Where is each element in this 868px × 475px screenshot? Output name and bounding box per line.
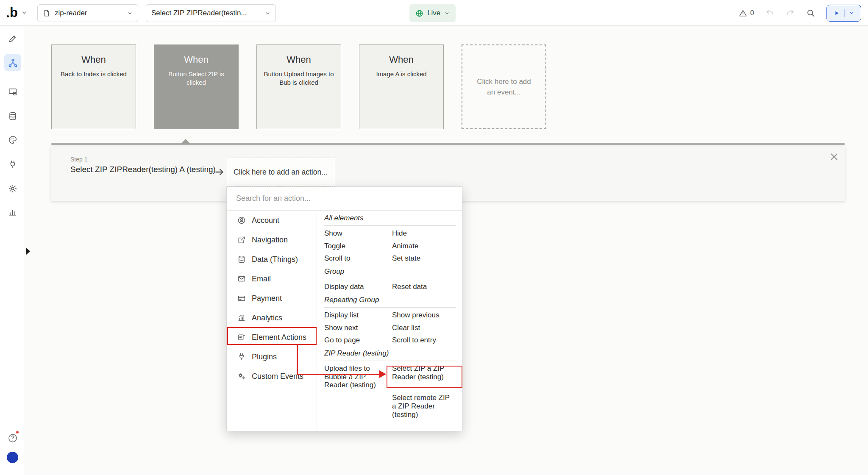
- category-custom-events[interactable]: Custom Events: [227, 367, 317, 386]
- action-item-clear-list[interactable]: Clear list: [392, 322, 456, 334]
- category-account[interactable]: Account: [227, 211, 317, 230]
- custom-events-icon: [237, 372, 246, 381]
- action-item-upload-files-to-bubble[interactable]: Upload files to Bubble a ZIP Reader (tes…: [324, 362, 392, 392]
- action-search-input[interactable]: [227, 187, 462, 211]
- category-label: Data (Things): [252, 255, 298, 264]
- sidebar-item-styles[interactable]: [4, 131, 21, 148]
- sidebar-item-plugins[interactable]: [4, 156, 21, 173]
- sidebar-item-responsive[interactable]: [4, 83, 21, 100]
- event-title: When: [264, 54, 334, 65]
- close-icon: [829, 152, 839, 161]
- preview-button[interactable]: [826, 5, 861, 22]
- action-item-toggle[interactable]: Toggle: [324, 240, 392, 253]
- action-item-reset-data[interactable]: Reset data: [392, 281, 456, 293]
- section-header-group: Group: [324, 265, 456, 279]
- category-label: Plugins: [252, 353, 277, 361]
- action-item-display-data[interactable]: Display data: [324, 281, 392, 293]
- event-card-button-upload-images[interactable]: When Button Upload Images to Bub is clic…: [256, 44, 341, 129]
- sidebar: [0, 26, 25, 475]
- topbar: b zip-reader Select ZIP ZIPReader(testin…: [0, 0, 868, 26]
- horizontal-scrollbar[interactable]: [51, 143, 845, 145]
- action-submenu: All elements Show Hide Toggle Animate Sc…: [317, 211, 462, 431]
- action-item-display-list[interactable]: Display list: [324, 309, 392, 322]
- action-item-animate[interactable]: Animate: [392, 240, 456, 253]
- palette-icon: [8, 135, 17, 144]
- element-selector[interactable]: Select ZIP ZIPReader(testin...: [146, 4, 276, 22]
- events-row: When Back to Index is clicked When Butto…: [51, 44, 546, 129]
- action-item-show-previous[interactable]: Show previous: [392, 309, 456, 322]
- action-row: Upload files to Bubble a ZIP Reader (tes…: [324, 362, 456, 392]
- play-icon: [833, 10, 840, 17]
- user-avatar[interactable]: [7, 452, 18, 463]
- plugins-icon: [237, 353, 246, 361]
- page-selector[interactable]: zip-reader: [37, 4, 138, 22]
- category-data-things[interactable]: Data (Things): [227, 250, 317, 269]
- notification-dot: [16, 431, 19, 434]
- undo-button[interactable]: [765, 8, 774, 17]
- redo-button[interactable]: [786, 8, 795, 17]
- chart-icon: [8, 208, 17, 217]
- sidebar-item-design[interactable]: [4, 30, 21, 47]
- action-row: Display list Show previous: [324, 309, 456, 322]
- action-item-go-to-page[interactable]: Go to page: [324, 334, 392, 347]
- event-subtitle: Back to Index is clicked: [58, 70, 129, 78]
- category-email[interactable]: Email: [227, 269, 317, 289]
- close-panel-button[interactable]: [829, 152, 839, 161]
- action-item-select-zip[interactable]: Select ZIP a ZIP Reader (testing): [392, 362, 456, 392]
- add-action-button[interactable]: Click here to add an action...: [227, 158, 335, 186]
- environment-badge[interactable]: Live: [409, 4, 456, 22]
- add-event-label: Click here to add an event...: [473, 76, 534, 98]
- credit-card-icon: [237, 294, 246, 303]
- add-event-button[interactable]: Click here to add an event...: [462, 44, 546, 129]
- element-actions-icon: [237, 333, 246, 342]
- category-element-actions[interactable]: Element Actions: [227, 328, 317, 347]
- logo-chevron-down-icon[interactable]: [21, 10, 27, 16]
- user-icon: [237, 216, 246, 225]
- sidebar-item-settings[interactable]: [4, 180, 21, 197]
- search-button[interactable]: [806, 8, 815, 17]
- action-item-show[interactable]: Show: [324, 227, 392, 240]
- issues-count: 0: [750, 9, 754, 17]
- sidebar-item-data[interactable]: [4, 108, 21, 125]
- action-row: Show next Clear list: [324, 322, 456, 334]
- chevron-down-icon[interactable]: [849, 10, 854, 16]
- action-item-scroll-to[interactable]: Scroll to: [324, 252, 392, 265]
- issues-indicator[interactable]: 0: [739, 9, 754, 17]
- chevron-down-icon: [265, 11, 270, 16]
- action-row: Display data Reset data: [324, 281, 456, 293]
- step-title[interactable]: Select ZIP ZIPReader(testing) A (testing…: [70, 165, 216, 174]
- category-navigation[interactable]: Navigation: [227, 230, 317, 250]
- logo-dot: [7, 15, 9, 17]
- event-card-button-select-zip[interactable]: When Button Select ZIP is clicked: [154, 44, 239, 129]
- category-plugins[interactable]: Plugins: [227, 347, 317, 367]
- action-item-empty: [324, 392, 392, 421]
- action-item-set-state[interactable]: Set state: [392, 252, 456, 265]
- workflow-icon: [8, 58, 18, 68]
- event-card-back-to-index[interactable]: When Back to Index is clicked: [51, 44, 136, 129]
- action-item-select-remote-zip[interactable]: Select remote ZIP a ZIP Reader (testing): [392, 392, 456, 421]
- action-row: Show Hide: [324, 227, 456, 240]
- action-item-hide[interactable]: Hide: [392, 227, 456, 240]
- plug-icon: [8, 160, 17, 169]
- action-item-show-next[interactable]: Show next: [324, 322, 392, 334]
- help-button[interactable]: [5, 431, 20, 446]
- expand-palette-handle[interactable]: [26, 248, 30, 255]
- page-icon: [43, 9, 50, 17]
- category-label: Navigation: [252, 236, 288, 244]
- category-payment[interactable]: Payment: [227, 289, 317, 308]
- bubble-logo[interactable]: b: [7, 6, 18, 20]
- section-header-zip-reader: ZIP Reader (testing): [324, 347, 456, 361]
- sidebar-item-workflow[interactable]: [4, 54, 21, 71]
- action-row: Go to page Scroll to entry: [324, 334, 456, 347]
- action-item-scroll-to-entry[interactable]: Scroll to entry: [392, 334, 456, 347]
- category-analytics[interactable]: Analytics: [227, 308, 317, 328]
- layout-icon: [8, 87, 17, 97]
- sidebar-item-logs[interactable]: [4, 204, 21, 221]
- event-card-image-a[interactable]: When Image A is clicked: [359, 44, 444, 129]
- chevron-down-icon: [444, 11, 450, 16]
- envelope-icon: [237, 275, 246, 283]
- pencil-icon: [8, 34, 17, 43]
- category-label: Custom Events: [252, 372, 303, 381]
- question-icon: [8, 433, 18, 443]
- gear-icon: [8, 184, 17, 193]
